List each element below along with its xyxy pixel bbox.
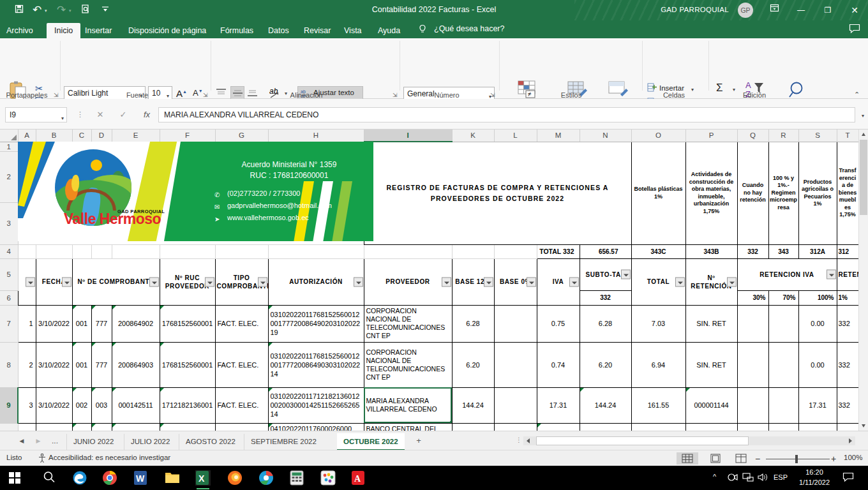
header-base-0[interactable]: BASE 0% bbox=[494, 258, 537, 305]
header-row-number[interactable] bbox=[18, 258, 36, 305]
cell-code-312[interactable]: 312 bbox=[837, 244, 858, 258]
cell-subtotal[interactable] bbox=[580, 423, 631, 431]
cell-code-332[interactable]: 332 bbox=[737, 244, 768, 258]
filter-dropdown-icon[interactable] bbox=[26, 277, 35, 286]
header-retencion-iva[interactable]: RETENCION IVA bbox=[737, 258, 837, 290]
cell-proveedor[interactable]: CORPORACION NACIONAL DE TELECOMUNICACION… bbox=[364, 342, 452, 387]
cell-ruc-proveedor[interactable] bbox=[160, 423, 215, 431]
next-sheet-button[interactable]: ▶ bbox=[33, 436, 43, 445]
column-header-r[interactable]: R bbox=[768, 130, 798, 142]
paint-icon[interactable] bbox=[320, 470, 336, 486]
cell-retencion-fuente-pct[interactable]: 1% bbox=[837, 290, 858, 305]
new-sheet-button[interactable]: + bbox=[414, 436, 424, 445]
cell-retencion-fuente[interactable] bbox=[837, 423, 858, 431]
cell-fecha[interactable] bbox=[36, 423, 72, 431]
table-row-partial[interactable]: 041020220117600026000 BANCO CENTRAL DEL bbox=[0, 423, 858, 431]
cell-secuencial[interactable]: 200864902 bbox=[112, 305, 160, 342]
row-header-4[interactable]: 4 bbox=[0, 244, 18, 258]
filter-dropdown-icon[interactable] bbox=[621, 270, 631, 279]
column-header-k[interactable]: K bbox=[452, 130, 494, 142]
volume-icon[interactable] bbox=[757, 472, 768, 484]
tab-datos[interactable]: Datos bbox=[268, 24, 289, 38]
chrome-icon[interactable] bbox=[102, 470, 117, 486]
align-middle-button[interactable] bbox=[230, 86, 244, 100]
filter-dropdown-icon[interactable] bbox=[827, 270, 836, 279]
table-row[interactable]: 7 1 3/10/2022 001 777 200864902 17681525… bbox=[0, 305, 858, 342]
filter-dropdown-icon[interactable] bbox=[569, 277, 579, 286]
cell-autorizacion[interactable]: 0310202201176815256001200177720086490203… bbox=[268, 305, 364, 342]
header-iva[interactable]: IVA bbox=[537, 258, 580, 305]
cell-l4[interactable] bbox=[494, 244, 537, 258]
cell-subtotal[interactable]: 6.20 bbox=[580, 342, 631, 387]
cell-subtotal-code[interactable]: 332 bbox=[580, 290, 631, 305]
row-header-3[interactable]: 3 bbox=[0, 202, 18, 244]
cell-h4[interactable] bbox=[268, 244, 364, 258]
accessibility-icon[interactable] bbox=[37, 453, 47, 466]
cell-retencion-30[interactable] bbox=[737, 423, 768, 431]
clock-date[interactable]: 1/11/2022 bbox=[795, 479, 834, 486]
cell-base-0[interactable] bbox=[494, 342, 537, 387]
tab-formulas[interactable]: Fórmulas bbox=[220, 24, 253, 38]
header-transferencia-bienes[interactable]: Transferencia de bienes muebles 1,75% bbox=[837, 142, 858, 244]
account-name[interactable]: GAD PARROQUIAL bbox=[661, 6, 729, 13]
cell-secuencial[interactable]: 200864903 bbox=[112, 342, 160, 387]
split-handle[interactable]: ⋮ bbox=[516, 436, 520, 445]
cell-ruc-proveedor[interactable]: 1768152560001 bbox=[160, 305, 215, 342]
search-icon[interactable] bbox=[42, 470, 57, 486]
redo-dropdown-icon[interactable]: ▾ bbox=[69, 8, 71, 13]
tell-me-box[interactable]: ¿Qué desea hacer? bbox=[434, 24, 505, 33]
column-header-l[interactable]: L bbox=[494, 130, 537, 142]
print-preview-icon[interactable] bbox=[79, 4, 92, 17]
column-header-f[interactable]: F bbox=[160, 130, 215, 142]
save-icon[interactable] bbox=[13, 4, 26, 17]
cell-f4[interactable] bbox=[160, 244, 215, 258]
column-header-t[interactable]: T bbox=[837, 130, 858, 142]
column-header-a[interactable]: A bbox=[18, 130, 36, 142]
cell-retencion-100[interactable]: 100% bbox=[798, 290, 837, 305]
select-all-button[interactable] bbox=[0, 130, 18, 142]
cell-tipo-comprobante[interactable]: FACT. ELEC. bbox=[215, 387, 268, 423]
cell-numero-retencion[interactable]: SIN. RET bbox=[685, 342, 737, 387]
cell-e4[interactable] bbox=[112, 244, 160, 258]
zoom-level[interactable]: 100% bbox=[844, 454, 862, 461]
formula-input[interactable]: MARIA ALEXANDRA VILLARREAL CEDENO bbox=[158, 107, 855, 122]
excel-icon[interactable]: X bbox=[195, 470, 211, 486]
show-hidden-icons-button[interactable]: ^ bbox=[713, 473, 716, 480]
cell-base-0[interactable] bbox=[494, 305, 537, 342]
filter-dropdown-icon[interactable] bbox=[205, 277, 214, 286]
horizontal-scrollbar[interactable] bbox=[523, 436, 855, 445]
cell-item-number[interactable]: 3 bbox=[18, 387, 36, 423]
row-header-7[interactable]: 7 bbox=[0, 305, 18, 342]
filter-dropdown-icon[interactable] bbox=[484, 277, 493, 286]
browser-icon[interactable] bbox=[258, 470, 274, 486]
cell-subtotal[interactable]: 6.28 bbox=[580, 305, 631, 342]
cell-iva[interactable] bbox=[537, 423, 580, 431]
cell-total[interactable]: 161.55 bbox=[631, 387, 685, 423]
cell-retencion-30[interactable]: 30% bbox=[737, 290, 768, 305]
column-header-o[interactable]: O bbox=[631, 130, 685, 142]
cell-retencion-70[interactable] bbox=[768, 305, 798, 342]
camera-icon[interactable] bbox=[727, 472, 738, 484]
scroll-right-button[interactable] bbox=[846, 436, 855, 445]
filter-dropdown-icon[interactable] bbox=[727, 277, 737, 286]
customize-quick-access-icon[interactable] bbox=[99, 4, 112, 17]
cell-autorizacion[interactable]: 0310202201176815256001200177720086490303… bbox=[268, 342, 364, 387]
cell-tipo-comprobante[interactable] bbox=[215, 423, 268, 431]
cell-punto-emision[interactable] bbox=[91, 423, 112, 431]
decrease-font-size-icon[interactable]: A▼ bbox=[193, 88, 203, 98]
cell-base-12[interactable]: 6.28 bbox=[452, 305, 494, 342]
cell-item-number[interactable] bbox=[18, 423, 36, 431]
cell-retencion-30[interactable] bbox=[737, 387, 768, 423]
filter-dropdown-icon[interactable] bbox=[62, 277, 71, 286]
restore-button[interactable]: ❐ bbox=[814, 0, 841, 20]
file-explorer-icon[interactable] bbox=[165, 470, 180, 486]
cell-subtotal[interactable]: 144.24 bbox=[580, 387, 631, 423]
number-dialog-launcher-icon[interactable]: ⇲ bbox=[490, 92, 497, 99]
sheet-tab-agosto[interactable]: AGOSTO 2022 bbox=[179, 434, 242, 450]
name-box[interactable]: I9 ▾ bbox=[5, 107, 67, 122]
zoom-out-button[interactable]: − bbox=[755, 454, 760, 464]
cell-retencion-100[interactable]: 17.31 bbox=[798, 387, 837, 423]
cell-retencion-fuente[interactable]: 332 bbox=[837, 387, 858, 423]
row-header-8[interactable]: 8 bbox=[0, 342, 18, 387]
cell-base-0[interactable] bbox=[494, 387, 537, 423]
